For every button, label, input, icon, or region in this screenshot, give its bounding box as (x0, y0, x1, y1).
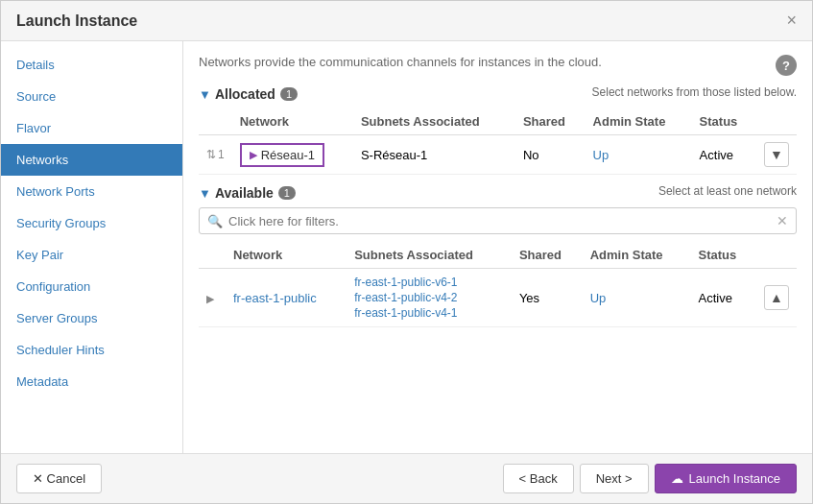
allocated-hint: Select networks from those listed below. (592, 85, 797, 99)
col-expand-available (199, 242, 226, 269)
allocated-toggle[interactable]: ▼ (199, 87, 211, 102)
expand-icon[interactable]: ▶ (206, 293, 214, 304)
subnet-3: fr-east-1-public-v4-1 (354, 306, 504, 320)
available-row-expand: ▶ (199, 269, 226, 327)
sidebar-item-flavor[interactable]: Flavor (1, 112, 182, 144)
modal-header: Launch Instance × (1, 1, 812, 41)
allocated-badge: 1 (280, 87, 298, 101)
subnet-1: fr-east-1-public-v6-1 (354, 276, 504, 289)
available-row: ▶ fr-east-1-public fr-east-1-public-v6-1… (199, 269, 797, 327)
col-shared-allocated: Shared (515, 108, 586, 135)
subnet-2: fr-east-1-public-v4-2 (354, 291, 504, 304)
next-button[interactable]: Next > (580, 464, 649, 493)
available-action-cell: ▲ (756, 269, 797, 327)
col-subnets-allocated: Subnets Associated (353, 108, 515, 135)
sidebar-item-network-ports[interactable]: Network Ports (1, 176, 182, 207)
modal-body: Details Source Flavor Networks Network P… (1, 41, 812, 453)
sort-icon: ⇅ (206, 148, 216, 161)
deallocate-button[interactable]: ▼ (764, 142, 789, 167)
allocated-network-name: ▶ Réseau-1 (240, 143, 324, 167)
back-button[interactable]: < Back (503, 464, 574, 493)
info-text: Networks provide the communication chann… (199, 55, 602, 69)
allocated-network-name-cell: ▶ Réseau-1 (232, 135, 353, 175)
sidebar-item-source[interactable]: Source (1, 81, 182, 112)
sidebar-item-key-pair[interactable]: Key Pair (1, 239, 182, 271)
allocated-table: Network Subnets Associated Shared Admin … (199, 108, 797, 175)
allocated-action-cell: ▼ (756, 135, 797, 175)
allocated-subnets: S-Réseau-1 (353, 135, 515, 175)
col-admin-allocated: Admin State (586, 108, 692, 135)
available-toggle[interactable]: ▼ (199, 186, 211, 201)
help-button[interactable]: ? (776, 55, 797, 76)
available-status: Active (691, 269, 757, 327)
sidebar-item-security-groups[interactable]: Security Groups (1, 207, 182, 239)
available-section-header: ▼ Available 1 Select at least one networ… (199, 184, 797, 202)
col-status-allocated: Status (692, 108, 756, 135)
allocated-status: Active (692, 135, 756, 175)
allocated-row: ⇅ 1 ▶ Réseau-1 S-Réseau-1 (199, 135, 797, 175)
sidebar-item-metadata[interactable]: Metadata (1, 366, 182, 397)
col-subnets-available: Subnets Associated (347, 242, 512, 269)
search-input[interactable] (228, 214, 777, 228)
available-hint: Select at least one network (658, 184, 797, 198)
allocated-title: Allocated (215, 86, 275, 102)
col-shared-available: Shared (512, 242, 583, 269)
modal-container: Launch Instance × Details Source Flavor … (0, 0, 813, 504)
available-admin-state: Up (583, 269, 691, 327)
col-action-allocated (756, 108, 797, 135)
allocated-admin-state: Up (586, 135, 692, 175)
available-shared: Yes (512, 269, 583, 327)
col-network-available: Network (226, 242, 347, 269)
available-subnets-cell: fr-east-1-public-v6-1 fr-east-1-public-v… (347, 269, 512, 327)
search-clear-icon[interactable]: ✕ (777, 213, 788, 228)
col-action-available (756, 242, 797, 269)
col-admin-available: Admin State (583, 242, 691, 269)
col-status-available: Status (691, 242, 757, 269)
col-network-allocated: Network (232, 108, 353, 135)
allocated-section: ▼ Allocated 1 Select networks from those… (199, 85, 797, 175)
available-title: Available (215, 185, 274, 201)
allocated-network-label: Réseau-1 (261, 148, 315, 162)
row-num: ⇅ 1 (199, 135, 232, 175)
launch-icon: ☁ (671, 471, 683, 486)
launch-label: Launch Instance (689, 471, 780, 486)
search-bar: 🔍 ✕ (199, 207, 797, 234)
info-bar: Networks provide the communication chann… (199, 55, 797, 76)
available-network-name-cell: fr-east-1-public (226, 269, 347, 327)
footer-right: < Back Next > ☁ Launch Instance (503, 464, 797, 493)
col-num (199, 108, 232, 135)
search-icon: 🔍 (207, 214, 223, 228)
available-network-name: fr-east-1-public (233, 291, 317, 305)
chevron-right-icon: ▶ (250, 149, 257, 161)
sidebar-item-scheduler-hints[interactable]: Scheduler Hints (1, 334, 182, 366)
launch-button[interactable]: ☁ Launch Instance (655, 464, 797, 493)
sidebar: Details Source Flavor Networks Network P… (1, 41, 183, 453)
available-badge: 1 (278, 186, 296, 200)
subnets-list: fr-east-1-public-v6-1 fr-east-1-public-v… (354, 276, 504, 320)
content-area: Networks provide the communication chann… (183, 41, 812, 453)
modal-footer: ✕ Cancel < Back Next > ☁ Launch Instance (1, 453, 812, 503)
row-number: 1 (218, 148, 225, 161)
modal-close-button[interactable]: × (786, 11, 797, 31)
sidebar-item-details[interactable]: Details (1, 49, 182, 81)
sidebar-item-server-groups[interactable]: Server Groups (1, 302, 182, 334)
sidebar-item-networks[interactable]: Networks (1, 144, 182, 176)
available-table: Network Subnets Associated Shared Admin … (199, 242, 797, 327)
allocate-button[interactable]: ▲ (764, 285, 789, 310)
cancel-button[interactable]: ✕ Cancel (16, 464, 102, 493)
sidebar-item-configuration[interactable]: Configuration (1, 271, 182, 302)
allocated-shared: No (515, 135, 586, 175)
allocated-section-header: ▼ Allocated 1 Select networks from those… (199, 85, 797, 103)
modal-title: Launch Instance (16, 12, 137, 30)
available-section: ▼ Available 1 Select at least one networ… (199, 184, 797, 327)
available-title-group: ▼ Available 1 (199, 185, 296, 201)
